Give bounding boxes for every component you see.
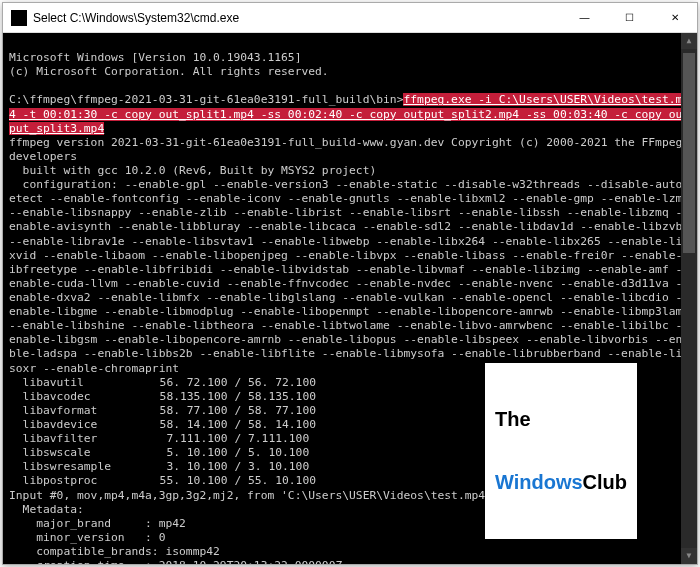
prompt-path: C:\ffmpeg\ffmpeg-2021-03-31-git-61ea0e31…: [9, 93, 403, 106]
scrollbar-thumb[interactable]: [683, 53, 695, 253]
watermark-line2: WindowsClub: [495, 472, 627, 493]
watermark-logo: The WindowsClub: [485, 363, 637, 539]
scroll-down-arrow-icon[interactable]: ▼: [681, 548, 697, 564]
window-controls: — ☐ ✕: [562, 3, 697, 32]
console-line: Microsoft Windows [Version 10.0.19043.11…: [9, 51, 301, 64]
vertical-scrollbar[interactable]: ▲ ▼: [681, 33, 697, 564]
lib-row: libavdevice58. 14.100 / 58. 14.100: [9, 418, 316, 431]
scroll-up-arrow-icon[interactable]: ▲: [681, 33, 697, 49]
close-button[interactable]: ✕: [652, 3, 697, 32]
maximize-button[interactable]: ☐: [607, 3, 652, 32]
console-line: compatible_brands: isommp42: [9, 545, 220, 558]
lib-row: libavfilter7.111.100 / 7.111.100: [9, 432, 309, 445]
cmd-window: Select C:\Windows\System32\cmd.exe — ☐ ✕…: [2, 2, 698, 565]
minimize-button[interactable]: —: [562, 3, 607, 32]
titlebar[interactable]: Select C:\Windows\System32\cmd.exe — ☐ ✕: [3, 3, 697, 33]
watermark-line1: The: [495, 409, 627, 430]
lib-row: libswresample3. 10.100 / 3. 10.100: [9, 460, 309, 473]
console-line: built with gcc 10.2.0 (Rev6, Built by MS…: [9, 164, 376, 177]
lib-row: libswscale5. 10.100 / 5. 10.100: [9, 446, 309, 459]
lib-row: libavutil56. 72.100 / 56. 72.100: [9, 376, 316, 389]
lib-row: libavformat58. 77.100 / 58. 77.100: [9, 404, 316, 417]
console-output[interactable]: Microsoft Windows [Version 10.0.19043.11…: [3, 33, 697, 564]
console-config-block: configuration: --enable-gpl --enable-ver…: [9, 178, 696, 374]
console-line: ffmpeg version 2021-03-31-git-61ea0e3191…: [9, 136, 689, 163]
lib-row: libpostproc55. 10.100 / 55. 10.100: [9, 474, 316, 487]
window-title: Select C:\Windows\System32\cmd.exe: [33, 11, 562, 25]
lib-row: libavcodec58.135.100 / 58.135.100: [9, 390, 316, 403]
console-line: major_brand : mp42: [9, 517, 186, 530]
console-line: creation_time : 2018-10-29T20:13:22.0000…: [9, 559, 342, 564]
console-line: minor_version : 0: [9, 531, 165, 544]
cmd-icon: [11, 10, 27, 26]
console-line: Input #0, mov,mp4,m4a,3gp,3g2,mj2, from …: [9, 489, 499, 502]
console-line: (c) Microsoft Corporation. All rights re…: [9, 65, 329, 78]
console-line: Metadata:: [9, 503, 84, 516]
